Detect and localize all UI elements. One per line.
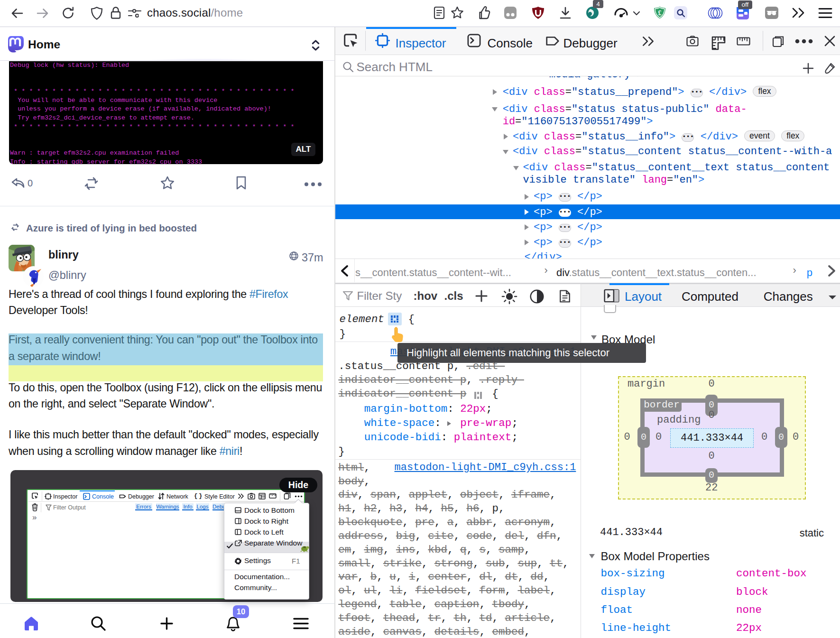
svg-text:£: £ [658, 9, 662, 17]
